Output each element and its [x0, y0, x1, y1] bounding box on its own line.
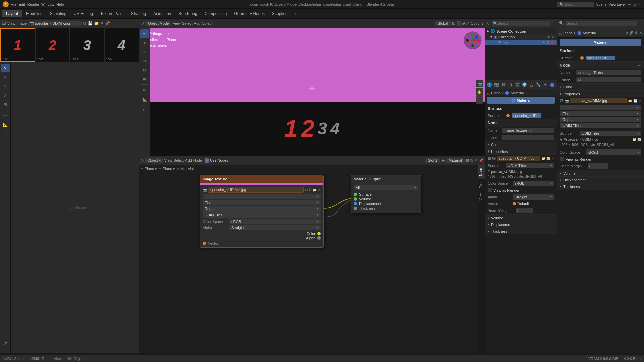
displacement-section-toggle[interactable]: ▸ Displacement — [485, 221, 557, 228]
fr-props-toggle[interactable]: ▾ Properties — [557, 90, 644, 97]
vp-camera-tool[interactable]: 📷 — [476, 80, 483, 87]
folder-icon[interactable]: 📁 — [94, 21, 99, 26]
fr-filter-icon[interactable]: ☰ — [639, 21, 642, 25]
outliner-search-input[interactable] — [498, 21, 518, 25]
tab-geometry-nodes[interactable]: Geometry Nodes — [231, 10, 268, 17]
rotate-tool[interactable]: ↻ — [1, 82, 10, 90]
tab-animation[interactable]: Animation — [150, 10, 174, 17]
fr-udim-dropdown[interactable]: UDIM Tiles ▾ — [560, 123, 641, 128]
node-editor-canvas[interactable]: △ Plane ▸ △ Plane ▸ ○ Material Image — [139, 165, 485, 353]
thumb-1004[interactable]: 4 1004 — [104, 28, 139, 62]
prop-render-icon[interactable]: 📷 — [493, 81, 500, 88]
fr-file-unlink[interactable]: ✕ — [639, 99, 641, 103]
outliner-filter-icon[interactable]: ☰ — [551, 21, 555, 25]
scale-tool[interactable]: ⤢ — [1, 91, 10, 100]
prop-material-icon[interactable]: ⬤ — [549, 81, 555, 88]
rotate-3d-tool[interactable]: ↻ — [140, 57, 149, 65]
vp-zoom-tool[interactable]: ⊞ — [476, 96, 483, 104]
node-node-menu[interactable]: Node — [193, 158, 202, 162]
transform-tool[interactable]: ⊞ — [1, 100, 10, 109]
prop-output-icon[interactable]: 🖥 — [500, 81, 507, 88]
node-view[interactable]: View — [164, 158, 172, 162]
annotate-tool[interactable]: ✏ — [1, 111, 10, 120]
duplicate-icon[interactable]: ⧉ — [83, 21, 86, 26]
save-icon[interactable]: 💾 — [88, 21, 93, 26]
prop-file-unlink[interactable]: ✕ — [551, 157, 554, 160]
far-right-search-input[interactable] — [567, 21, 636, 25]
tab-modeling[interactable]: Modeling — [23, 10, 46, 17]
cursor-tool[interactable]: ↖ — [1, 64, 10, 72]
material-selector[interactable]: Material — [446, 158, 465, 163]
thickness-section-toggle[interactable]: ▸ Thickness — [485, 228, 557, 234]
window-menu[interactable]: Window — [41, 2, 54, 6]
render-menu[interactable]: Render — [27, 2, 39, 6]
transform-3d-tool[interactable]: ⊞ — [140, 75, 149, 83]
node-filename-folder[interactable]: 📁 — [313, 188, 317, 192]
fr-file-folder[interactable]: 📁 — [628, 99, 632, 103]
tab-scripting[interactable]: Scripting — [269, 10, 291, 17]
fr-folder-btn[interactable]: 📁 — [632, 138, 636, 141]
prop-modifier-icon[interactable]: 🔧 — [535, 81, 542, 88]
annotate-3d-tool[interactable]: ✏ — [140, 86, 149, 95]
side-tab-view[interactable]: View — [478, 190, 485, 203]
collection-item[interactable]: ▾ ▣ Collection 👁 🖥 — [485, 34, 557, 40]
add-menu-3d[interactable]: Add — [194, 21, 201, 25]
fr-interpolation-dropdown[interactable]: Linear ▾ — [560, 105, 641, 110]
node-interpolation-dropdown[interactable]: Linear ▾ — [203, 194, 321, 199]
material-button[interactable]: Material — [487, 97, 555, 104]
node-name-field[interactable]: Image Texture 🏷 — [502, 128, 554, 133]
shading-wire-icon[interactable]: ⊡ — [452, 21, 455, 26]
tab-compositing[interactable]: Compositing — [201, 10, 230, 17]
seam-margin-input[interactable] — [516, 208, 533, 213]
fr-material-button[interactable]: Material — [560, 39, 641, 46]
pin-icon[interactable]: 📌 — [105, 21, 110, 26]
fr-thickness-toggle[interactable]: ▸ Thickness — [557, 183, 644, 190]
volume-section-toggle[interactable]: ▸ Volume — [485, 214, 557, 221]
sample-tool[interactable]: ⬚ — [1, 129, 10, 138]
properties-section-toggle[interactable]: ▾ Properties — [485, 148, 557, 155]
fr-projection-dropdown[interactable]: Flat ▾ — [560, 111, 641, 116]
move-tool[interactable]: ✥ — [1, 73, 10, 81]
shading-solid-icon[interactable]: ⬛ — [456, 21, 461, 26]
tab-shading[interactable]: Shading — [128, 10, 149, 17]
file-menu[interactable]: File — [11, 2, 17, 6]
object-mode-dropdown[interactable]: Object Mode — [145, 21, 171, 26]
tab-layout[interactable]: Layout — [2, 10, 22, 17]
node-pin-icon[interactable]: 📌 — [479, 158, 483, 163]
node-extension-dropdown[interactable]: Repeat ▾ — [203, 206, 321, 212]
fr-file-reload[interactable]: 🔄 — [633, 99, 637, 103]
prop-source-dropdown[interactable]: UDIM Tiles ▾ — [506, 163, 554, 168]
node-panel-options[interactable]: ⋯ — [551, 121, 554, 125]
thumb-1001[interactable]: 1 1001 — [0, 28, 35, 62]
add-cube-tool[interactable]: ⬚ — [140, 106, 149, 115]
viewport-axes-widget[interactable] — [463, 31, 482, 50]
prop-cs-dropdown[interactable]: sRGB ▾ — [513, 181, 554, 186]
node-select[interactable]: Select — [174, 158, 184, 162]
shading-render-icon[interactable]: ◎ — [466, 21, 469, 26]
fr-color-toggle[interactable]: ▸ Color — [557, 83, 644, 90]
tab-texture-paint[interactable]: Texture Paint — [97, 10, 127, 17]
material-output-node[interactable]: Material Output All ▾ Surface — [351, 175, 421, 213]
move-3d-tool[interactable]: ⤢ — [140, 48, 149, 56]
node-unlink-icon[interactable]: ✕ — [474, 158, 477, 163]
scene-collection-item[interactable]: ▸ 🌐 Scene Collection — [485, 28, 557, 34]
fr-displacement-toggle[interactable]: ▸ Displacement — [557, 176, 644, 183]
object-menu-3d[interactable]: Object — [202, 21, 212, 25]
plane-item[interactable]: △ Plane 👁 🖥 ⬤ — [485, 40, 557, 45]
prop-file-folder[interactable]: 📁 — [541, 157, 545, 160]
fr-cs-dropdown[interactable]: sRGB ▾ — [586, 149, 641, 155]
node-colorspace-dropdown[interactable]: sRGB ▾ — [229, 219, 321, 224]
node-add[interactable]: Add — [185, 158, 192, 162]
node-filename-close[interactable]: ✕ — [318, 188, 321, 192]
transform-global[interactable]: Global — [435, 21, 451, 26]
fr-repeat-dropdown[interactable]: Repeat ▾ — [560, 117, 641, 122]
view-render-checkbox[interactable] — [488, 188, 492, 192]
measure-tool[interactable]: 📐 — [140, 95, 149, 104]
edit-menu[interactable]: Edit — [19, 2, 25, 6]
minimize-btn[interactable]: ─ — [628, 2, 631, 7]
close-btn[interactable]: ✕ — [638, 2, 641, 7]
options-btn[interactable]: Options — [471, 21, 483, 25]
fr-source-dropdown[interactable]: UDIM Tiles ▾ — [580, 131, 641, 136]
close-image-icon[interactable]: ✕ — [100, 21, 104, 26]
node-projection-dropdown[interactable]: Flat ▾ — [203, 200, 321, 205]
